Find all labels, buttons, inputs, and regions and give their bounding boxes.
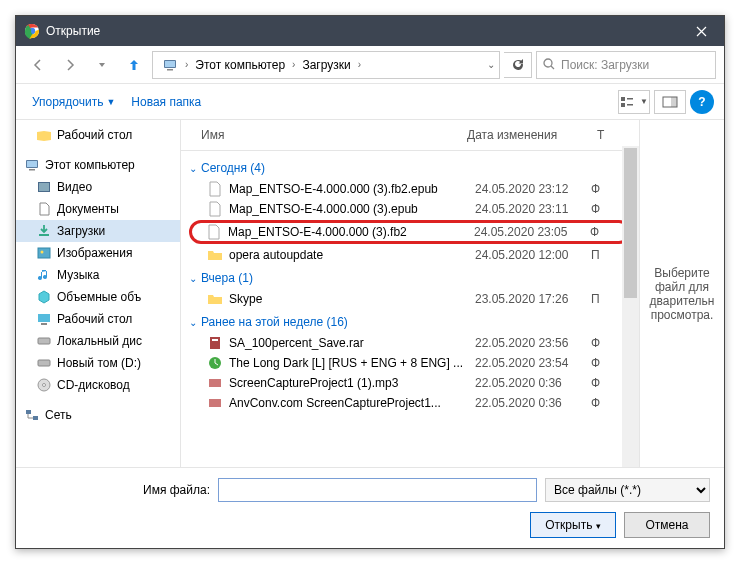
col-type[interactable]: Т	[591, 124, 610, 146]
search-placeholder: Поиск: Загрузки	[561, 58, 649, 72]
filename-input[interactable]	[218, 478, 537, 502]
svg-rect-19	[38, 314, 50, 322]
scrollbar[interactable]	[622, 146, 639, 467]
scroll-thumb[interactable]	[624, 148, 637, 298]
file-rows: ⌄Сегодня (4) Map_ENTSO-E-4.000.000 (3).f…	[181, 151, 639, 467]
tree-videos[interactable]: Видео	[16, 176, 180, 198]
tree-music[interactable]: Музыка	[16, 264, 180, 286]
tree-network[interactable]: Сеть	[16, 404, 180, 426]
svg-rect-28	[212, 339, 218, 341]
chrome-icon	[24, 23, 40, 39]
chevron-right-icon: ›	[185, 59, 188, 70]
search-input[interactable]: Поиск: Загрузки	[536, 51, 716, 79]
svg-rect-7	[621, 103, 625, 107]
tree-pictures[interactable]: Изображения	[16, 242, 180, 264]
view-mode-button[interactable]: ▼	[618, 90, 650, 114]
navigation-bar: › Этот компьютер › Загрузки › ⌄ Поиск: З…	[16, 46, 724, 84]
cancel-button[interactable]: Отмена	[624, 512, 710, 538]
tree-thispc[interactable]: Этот компьютер	[16, 154, 180, 176]
svg-rect-3	[165, 61, 175, 67]
preview-pane-button[interactable]	[654, 90, 686, 114]
chevron-right-icon: ›	[358, 59, 361, 70]
svg-rect-16	[39, 183, 49, 191]
svg-rect-14	[29, 169, 35, 171]
svg-rect-17	[38, 248, 50, 258]
svg-point-24	[43, 384, 46, 387]
refresh-button[interactable]	[504, 52, 532, 78]
file-row[interactable]: ScreenCaptureProject1 (1).mp322.05.2020 …	[189, 373, 631, 393]
svg-rect-13	[27, 161, 37, 167]
svg-rect-6	[621, 97, 625, 101]
col-date[interactable]: Дата изменения	[461, 124, 591, 146]
open-button[interactable]: Открыть ▾	[530, 512, 616, 538]
titlebar: Открытие	[16, 16, 724, 46]
group-today[interactable]: ⌄Сегодня (4)	[189, 155, 631, 179]
svg-rect-22	[38, 360, 50, 366]
preview-pane: Выберите файл для дварительн просмотра.	[639, 120, 724, 467]
breadcrumb[interactable]: › Этот компьютер › Загрузки › ⌄	[152, 51, 500, 79]
tree-newvol[interactable]: Новый том (D:)	[16, 352, 180, 374]
file-list: Имя Дата изменения Т ⌄Сегодня (4) Map_EN…	[181, 120, 639, 467]
tree-localdisc[interactable]: Локальный дис	[16, 330, 180, 352]
svg-rect-25	[26, 410, 31, 414]
chevron-down-icon[interactable]: ⌄	[487, 59, 495, 70]
tree-desktop2[interactable]: Рабочий стол	[16, 308, 180, 330]
group-earlier[interactable]: ⌄Ранее на этой неделе (16)	[189, 309, 631, 333]
file-row[interactable]: opera autoupdate24.05.2020 12:00П	[189, 245, 631, 265]
filetype-select[interactable]: Все файлы (*.*)	[545, 478, 710, 502]
svg-rect-21	[38, 338, 50, 344]
recent-dropdown[interactable]	[88, 51, 116, 79]
search-icon	[543, 58, 556, 71]
close-button[interactable]	[678, 16, 724, 46]
file-row[interactable]: Map_ENTSO-E-4.000.000 (3).epub24.05.2020…	[189, 199, 631, 219]
svg-point-18	[41, 251, 44, 254]
crumb-thispc[interactable]: Этот компьютер	[190, 58, 290, 72]
dialog-body: Рабочий стол Этот компьютер Видео Докуме…	[16, 120, 724, 467]
back-button[interactable]	[24, 51, 52, 79]
svg-rect-27	[210, 337, 220, 349]
svg-rect-26	[33, 416, 38, 420]
dialog-footer: Имя файла: Все файлы (*.*) Открыть ▾ Отм…	[16, 467, 724, 548]
file-row-highlighted[interactable]: Map_ENTSO-E-4.000.000 (3).fb224.05.2020 …	[189, 220, 631, 244]
file-open-dialog: Открытие › Этот компьютер › Загрузки › ⌄…	[15, 15, 725, 549]
group-yesterday[interactable]: ⌄Вчера (1)	[189, 265, 631, 289]
filename-label: Имя файла:	[30, 483, 210, 497]
svg-rect-20	[41, 323, 47, 325]
svg-rect-31	[209, 399, 221, 407]
tree-cd[interactable]: CD-дисковод	[16, 374, 180, 396]
svg-rect-4	[167, 69, 173, 71]
pc-icon	[157, 57, 183, 73]
help-button[interactable]: ?	[690, 90, 714, 114]
svg-rect-30	[209, 379, 221, 387]
file-row[interactable]: Map_ENTSO-E-4.000.000 (3).fb2.epub24.05.…	[189, 179, 631, 199]
svg-point-5	[544, 59, 552, 67]
file-row[interactable]: Skype23.05.2020 17:26П	[189, 289, 631, 309]
folder-tree[interactable]: Рабочий стол Этот компьютер Видео Докуме…	[16, 120, 181, 467]
col-name[interactable]: Имя	[181, 124, 461, 146]
file-row[interactable]: The Long Dark [L] [RUS + ENG + 8 ENG] ..…	[189, 353, 631, 373]
organize-button[interactable]: Упорядочить▼	[26, 91, 121, 113]
new-folder-button[interactable]: Новая папка	[125, 91, 207, 113]
svg-rect-9	[627, 104, 633, 106]
tree-downloads[interactable]: Загрузки	[16, 220, 180, 242]
svg-rect-8	[627, 98, 633, 100]
up-button[interactable]	[120, 51, 148, 79]
svg-rect-11	[671, 97, 677, 107]
tree-3d[interactable]: Объемные объ	[16, 286, 180, 308]
file-row[interactable]: SA_100percent_Save.rar22.05.2020 23:56Ф	[189, 333, 631, 353]
tree-desktop[interactable]: Рабочий стол	[16, 124, 180, 146]
column-headers: Имя Дата изменения Т	[181, 120, 639, 151]
forward-button[interactable]	[56, 51, 84, 79]
file-row[interactable]: AnvConv.com ScreenCaptureProject1...22.0…	[189, 393, 631, 413]
chevron-right-icon: ›	[292, 59, 295, 70]
window-title: Открытие	[46, 24, 678, 38]
tree-documents[interactable]: Документы	[16, 198, 180, 220]
crumb-downloads[interactable]: Загрузки	[297, 58, 355, 72]
toolbar: Упорядочить▼ Новая папка ▼ ?	[16, 84, 724, 120]
